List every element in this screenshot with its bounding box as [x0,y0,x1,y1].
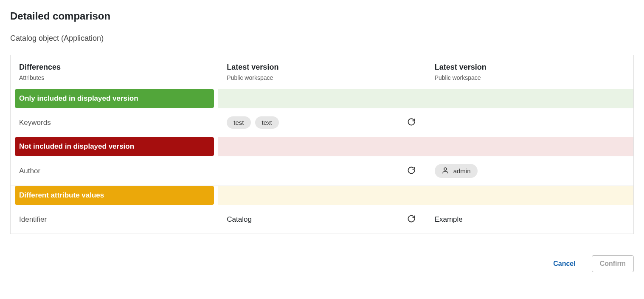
col-header-sub: Public workspace [227,74,417,81]
footer-actions: Cancel Confirm [10,255,634,272]
keyword-chip[interactable]: test [227,116,250,129]
refresh-icon [407,214,416,224]
author-chip-label: admin [453,167,471,175]
row-identifier: Identifier Catalog Example [11,205,634,234]
table-header-row: Differences Attributes Latest version Pu… [11,55,634,89]
row-keywords: Keywords test text [11,108,634,137]
cancel-button[interactable]: Cancel [546,256,583,272]
refresh-icon [407,166,416,176]
person-icon [442,166,449,175]
section-badge-different: Different attribute values [15,186,214,205]
col-header-right: Latest version Public workspace [426,55,633,89]
section-badge-only-included: Only included in displayed version [15,89,214,108]
identifier-left-value: Catalog [227,215,252,224]
comparison-table: Differences Attributes Latest version Pu… [10,55,634,234]
keyword-chip[interactable]: text [255,116,279,129]
refresh-button[interactable] [405,116,417,129]
section-row-different: Different attribute values [11,186,634,205]
page-title: Detailed comparison [10,10,634,22]
identifier-right-value: Example [435,215,463,223]
col-header-title: Latest version [435,63,625,72]
keywords-chip-group: test text [227,116,278,129]
col-header-title: Latest version [227,63,417,72]
author-chip[interactable]: admin [435,164,478,178]
col-header-title: Differences [19,63,209,72]
section-badge-not-included: Not included in displayed version [15,137,214,156]
confirm-button[interactable]: Confirm [592,255,634,272]
page-subtitle: Catalog object (Application) [10,34,634,43]
col-header-differences: Differences Attributes [11,55,218,89]
svg-point-0 [444,168,447,170]
section-row-not-included: Not included in displayed version [11,137,634,156]
refresh-icon [407,118,416,127]
col-header-sub: Attributes [19,74,209,81]
attr-label-keywords: Keywords [19,118,51,127]
refresh-button[interactable] [405,164,417,178]
col-header-left: Latest version Public workspace [218,55,426,89]
attr-label-author: Author [19,167,40,175]
refresh-button[interactable] [405,213,417,226]
col-header-sub: Public workspace [435,74,625,81]
section-row-only-included: Only included in displayed version [11,89,634,108]
row-author: Author admin [11,156,634,186]
attr-label-identifier: Identifier [19,215,47,223]
